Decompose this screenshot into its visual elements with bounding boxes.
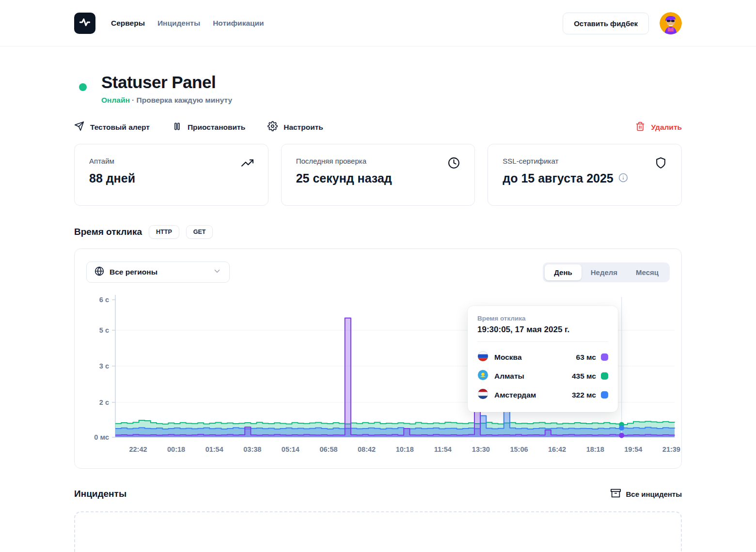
region-select[interactable]: Все регионы [86,261,230,283]
uptime-value: 88 дней [89,171,253,185]
delete-button[interactable]: Удалить [635,122,682,133]
svg-text:2 с: 2 с [99,399,109,406]
incidents-empty-box [74,511,682,552]
tab-week[interactable]: Неделя [582,264,627,280]
tooltip-divider [477,341,608,342]
app-logo[interactable] [74,13,95,34]
test-alert-button[interactable]: Тестовый алерт [74,121,150,133]
response-time-title: Время отклика [74,227,142,237]
tooltip-row-amsterdam: Амстердам 322 мс [477,385,608,404]
last-check-label: Последняя проверка [296,157,460,165]
svg-text:3 с: 3 с [99,362,109,370]
shield-icon [655,157,667,171]
last-check-card: Последняя проверка 25 секунд назад [281,144,475,206]
svg-text:15:06: 15:06 [510,445,528,453]
clock-icon [448,157,460,171]
kz-flag [477,369,488,383]
svg-text:0 мс: 0 мс [94,433,109,441]
svg-text:11:54: 11:54 [434,445,452,453]
tooltip-city: Амстердам [494,391,536,399]
feedback-button[interactable]: Оставить фидбек [563,13,649,34]
check-interval-label: Проверка каждую минуту [137,96,233,104]
svg-text:08:42: 08:42 [358,445,376,453]
top-header: Серверы Инциденты Нотификации Оставить ф… [0,0,756,46]
incidents-title: Инциденты [74,489,126,499]
tooltip-value: 63 мс [576,353,596,362]
response-chart-card: Все регионы День Неделя Месяц 6 с5 с3 с2… [74,248,682,469]
uptime-card: Аптайм 88 дней [74,144,268,206]
get-badge: GET [186,225,213,239]
last-check-value: 25 секунд назад [296,171,460,185]
ssl-value: до 15 августа 2025 [503,171,613,185]
all-incidents-label: Все инциденты [626,490,682,498]
globe-icon [94,266,104,278]
ssl-card: SSL-сертификат до 15 августа 2025 [488,144,682,206]
pause-label: Приостановить [188,123,245,132]
test-alert-label: Тестовый алерт [90,123,150,132]
tooltip-label: Время отклика [477,315,608,322]
svg-text:18:18: 18:18 [586,445,604,453]
svg-text:16:42: 16:42 [548,445,566,453]
svg-text:19:54: 19:54 [624,445,642,453]
chart-tooltip: Время отклика 19:30:05, 17 мая 2025 г. М… [468,306,618,412]
tab-day[interactable]: День [545,264,582,280]
response-chart[interactable]: 6 с5 с3 с2 с0 мс22:4200:1801:5403:3805:1… [86,292,670,457]
amsterdam-color-chip [601,391,608,399]
configure-button[interactable]: Настроить [268,121,323,133]
online-label: Онлайн [101,96,130,104]
nav-incidents[interactable]: Инциденты [158,19,200,28]
tooltip-value: 322 мс [572,391,596,399]
http-badge: HTTP [149,225,179,239]
svg-text:10:18: 10:18 [396,445,414,453]
response-time-header: Время отклика HTTP GET [74,225,682,239]
chevron-down-icon [213,267,221,277]
svg-text:22:42: 22:42 [129,445,147,453]
pause-icon [172,122,182,133]
nl-flag [477,388,488,401]
tooltip-timestamp: 19:30:05, 17 мая 2025 г. [477,325,608,335]
main-nav: Серверы Инциденты Нотификации [111,19,264,28]
nav-notifications[interactable]: Нотификации [213,19,264,28]
tooltip-value: 435 мс [572,372,596,381]
svg-text:03:38: 03:38 [243,445,261,453]
info-icon[interactable] [618,171,628,185]
uptime-label: Аптайм [89,157,253,165]
svg-text:05:14: 05:14 [282,445,299,453]
pulse-icon [79,16,91,31]
all-incidents-link[interactable]: Все инциденты [611,488,682,500]
send-icon [74,121,84,133]
page-title-block: Statuser Panel Онлайн · Проверка каждую … [74,73,682,105]
svg-text:00:18: 00:18 [167,445,185,453]
svg-text:06:58: 06:58 [319,445,337,453]
tab-month[interactable]: Месяц [627,264,668,280]
svg-text:21:39: 21:39 [662,445,680,453]
tooltip-city: Москва [494,353,522,362]
configure-label: Настроить [284,123,323,132]
svg-text:6 с: 6 с [99,296,109,304]
gear-icon [268,121,278,133]
almaty-color-chip [601,372,608,380]
monitor-subtitle: Онлайн · Проверка каждую минуту [101,96,232,105]
incidents-header: Инциденты Все инциденты [74,488,682,500]
svg-text:01:54: 01:54 [205,445,223,453]
tooltip-row-almaty: Алматы 435 мс [477,367,608,385]
stat-cards: Аптайм 88 дней Последняя проверка 25 сек… [74,144,682,206]
svg-text:5 с: 5 с [99,326,109,334]
svg-text:13:30: 13:30 [472,445,490,453]
region-select-value: Все регионы [110,268,158,276]
online-status-dot [79,83,87,91]
tooltip-row-moscow: Москва 63 мс [477,348,608,367]
monitor-actions: Тестовый алерт Приостановить Настроить У… [74,121,682,133]
trash-icon [635,122,645,133]
ru-flag [477,351,488,364]
range-tabs: День Неделя Месяц [543,262,670,282]
nav-servers[interactable]: Серверы [111,19,145,28]
trending-up-icon [241,157,253,171]
page-title: Statuser Panel [101,73,232,92]
tooltip-city: Алматы [494,372,524,381]
avatar[interactable] [660,12,682,34]
delete-label: Удалить [651,123,682,132]
pause-button[interactable]: Приостановить [172,122,245,133]
ssl-label: SSL-сертификат [503,157,667,165]
moscow-color-chip [601,353,608,361]
